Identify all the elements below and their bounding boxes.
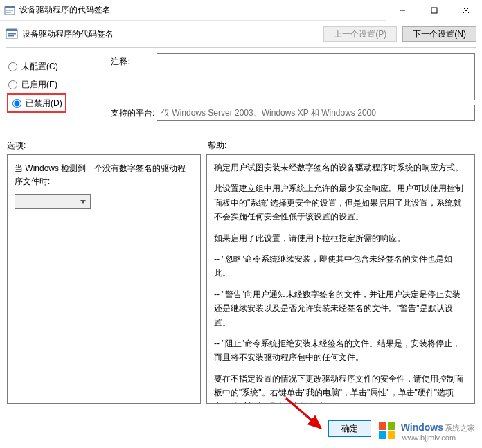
help-label: 帮助: [208, 140, 475, 152]
next-setting-button[interactable]: 下一个设置(N) [402, 26, 476, 42]
options-box: 当 Windows 检测到一个没有数字签名的驱动程序文件时: [7, 154, 201, 404]
help-paragraph: 此设置建立组中用户系统上允许的最少安全响应。用户可以使用控制面板中的"系统"选择… [214, 181, 467, 224]
comment-row: 注释: [111, 53, 475, 100]
comment-label: 注释: [111, 53, 157, 100]
help-paragraph: -- "警告"向用户通知未经数字签名的文件，并让用户决定是停止安装还是继续安装以… [214, 287, 467, 330]
svg-rect-3 [6, 12, 11, 13]
help-paragraph: 确定用户试图安装未经数字签名的设备驱动程序时系统的响应方式。 [214, 161, 467, 174]
radio-disabled[interactable]: 已禁用(D) [11, 96, 62, 110]
svg-rect-10 [8, 33, 16, 35]
ok-area: 确定 [328, 420, 371, 437]
svg-rect-5 [431, 8, 437, 13]
lower-area: 当 Windows 检测到一个没有数字签名的驱动程序文件时: 确定用户试图安装未… [0, 154, 482, 404]
help-paragraph: -- "忽略"命令系统继续安装，即使其中包含未经签名的文件也是如此。 [214, 252, 467, 280]
help-box: 确定用户试图安装未经数字签名的设备驱动程序时系统的响应方式。 此设置建立组中用户… [206, 154, 475, 404]
minimize-button[interactable] [386, 0, 418, 21]
platforms-field: 仅 Windows Server 2003、Windows XP 和 Windo… [157, 105, 475, 121]
radio-column: 未配置(C) 已启用(E) 已禁用(D) [7, 53, 111, 125]
ok-button[interactable]: 确定 [328, 420, 371, 437]
policy-icon [6, 28, 18, 40]
svg-rect-16 [388, 431, 395, 439]
window-title: 设备驱动程序的代码签名 [19, 4, 386, 16]
radio-disabled-highlight: 已禁用(D) [7, 93, 66, 113]
divider [6, 47, 476, 48]
radio-not-configured[interactable]: 未配置(C) [7, 57, 111, 75]
toolbar-label: 设备驱动程序的代码签名 [22, 28, 318, 40]
app-icon [4, 5, 15, 16]
watermark-title: Windows [401, 422, 443, 433]
section-labels: 选项: 帮助: [0, 138, 482, 154]
help-paragraph: 要在不指定设置的情况下更改驱动程序文件的安全性，请使用控制面板中的"系统"。右键… [214, 372, 467, 404]
help-paragraph: -- "阻止"命令系统拒绝安装未经签名的文件。结果是，安装将停止，而且将不安装驱… [214, 337, 467, 365]
options-text: 当 Windows 检测到一个没有数字签名的驱动程序文件时: [15, 162, 193, 188]
titlebar: 设备驱动程序的代码签名 [0, 0, 482, 21]
radio-enabled-input[interactable] [8, 80, 17, 89]
window-controls [386, 0, 482, 20]
svg-rect-11 [8, 35, 14, 37]
maximize-button[interactable] [418, 0, 450, 21]
radio-not-configured-input[interactable] [8, 62, 17, 71]
watermark-url: www.bjjmlv.com [402, 433, 475, 442]
svg-rect-1 [5, 6, 15, 8]
toolbar: 设备驱动程序的代码签名 上一个设置(P) 下一个设置(N) [0, 21, 482, 47]
options-dropdown[interactable] [15, 194, 91, 209]
upper-form: 未配置(C) 已启用(E) 已禁用(D) 注释: 支持的平台: 仅 Window… [0, 52, 482, 131]
svg-rect-9 [6, 29, 17, 31]
divider-2 [6, 134, 476, 134]
radio-disabled-input[interactable] [12, 99, 21, 108]
svg-rect-15 [379, 431, 386, 439]
platforms-label: 支持的平台: [111, 107, 157, 119]
close-button[interactable] [450, 0, 482, 21]
radio-enabled[interactable]: 已启用(E) [7, 75, 111, 93]
svg-rect-13 [379, 422, 386, 430]
previous-setting-button[interactable]: 上一个设置(P) [323, 26, 397, 42]
svg-rect-14 [388, 422, 395, 430]
radio-enabled-label: 已启用(E) [21, 79, 57, 91]
windows-logo-icon [377, 421, 397, 442]
watermark-subtitle: 系统之家 [445, 424, 475, 432]
svg-rect-2 [6, 10, 13, 11]
radio-disabled-label: 已禁用(D) [26, 98, 62, 109]
fields-column: 注释: 支持的平台: 仅 Windows Server 2003、Windows… [111, 53, 475, 125]
help-paragraph: 如果启用了此设置，请使用下拉框指定所需的响应。 [214, 231, 467, 245]
radio-not-configured-label: 未配置(C) [21, 61, 58, 73]
watermark: Windows系统之家 www.bjjmlv.com [377, 421, 475, 442]
platforms-row: 支持的平台: 仅 Windows Server 2003、Windows XP … [111, 105, 475, 121]
options-label: 选项: [7, 140, 208, 152]
comment-textarea[interactable] [157, 53, 475, 100]
